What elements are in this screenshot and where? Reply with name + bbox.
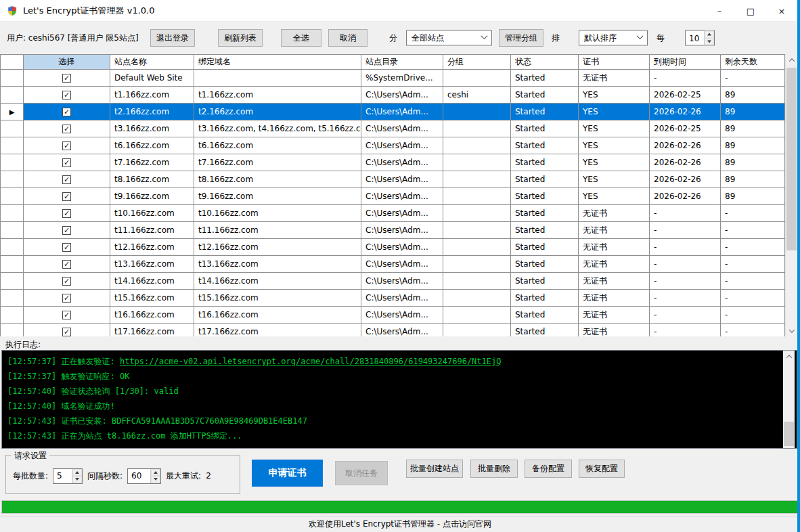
- column-header[interactable]: 站点名称: [110, 54, 194, 70]
- table-row[interactable]: ✓t11.166zz.comt11.166zz.comC:\Users\Adm.…: [0, 222, 785, 239]
- row-checkbox[interactable]: ✓: [62, 277, 71, 286]
- row-checkbox[interactable]: ✓: [62, 158, 71, 167]
- checkbox-cell[interactable]: ✓: [24, 256, 110, 273]
- column-header[interactable]: 选择: [24, 54, 110, 70]
- log-scrollbar-thumb[interactable]: [784, 422, 794, 446]
- minimize-button[interactable]: –: [704, 0, 735, 22]
- column-header[interactable]: 绑定域名: [194, 54, 361, 70]
- table-row[interactable]: ✓t13.166zz.comt13.166zz.comC:\Users\Adm.…: [0, 256, 785, 273]
- stepper-down-icon[interactable]: [151, 476, 160, 483]
- checkbox-cell[interactable]: ✓: [24, 307, 110, 324]
- table-row[interactable]: ▶✓t2.166zz.comt2.166zz.comC:\Users\Adm..…: [0, 104, 785, 120]
- table-row[interactable]: ✓t3.166zz.comt3.166zz.com, t4.166zz.com,…: [0, 120, 785, 137]
- log-link[interactable]: https://acme-v02.api.letsencrypt.org/acm…: [120, 357, 502, 366]
- row-checkbox[interactable]: ✓: [62, 209, 71, 218]
- row-checkbox[interactable]: ✓: [62, 175, 71, 184]
- checkbox-cell[interactable]: ✓: [24, 324, 110, 336]
- checkbox-cell[interactable]: ✓: [24, 171, 110, 188]
- column-header[interactable]: 分组: [443, 54, 511, 70]
- stepper-down-icon[interactable]: [72, 476, 82, 483]
- column-header[interactable]: 证书: [579, 54, 650, 70]
- checkbox-cell[interactable]: ✓: [24, 137, 110, 154]
- table-row[interactable]: ✓t10.166zz.comt10.166zz.comC:\Users\Adm.…: [0, 205, 785, 222]
- checkbox-cell[interactable]: ✓: [24, 87, 110, 104]
- batch-size-stepper[interactable]: 5: [53, 468, 83, 484]
- row-checkbox[interactable]: ✓: [62, 125, 71, 133]
- batch-create-sites-button[interactable]: 批量创建站点: [406, 460, 463, 478]
- row-checkbox[interactable]: ✓: [62, 226, 71, 235]
- log-scrollbar[interactable]: [783, 351, 795, 448]
- cancel-task-button[interactable]: 取消任务: [335, 461, 388, 485]
- checkbox-cell[interactable]: ✓: [24, 154, 110, 171]
- table-row[interactable]: ✓Default Web Site%SystemDrive...Started无…: [0, 70, 785, 87]
- table-row[interactable]: ✓t16.166zz.comt16.166zz.comC:\Users\Adm.…: [0, 307, 785, 324]
- scroll-up-icon[interactable]: [783, 351, 795, 362]
- row-checkbox[interactable]: ✓: [62, 260, 71, 269]
- checkbox-cell[interactable]: ✓: [24, 205, 110, 222]
- stepper-up-icon[interactable]: [705, 31, 714, 39]
- table-row[interactable]: ✓t8.166zz.comt8.166zz.comC:\Users\Adm...…: [0, 171, 785, 188]
- column-header[interactable]: 剩余天数: [721, 54, 785, 70]
- log-message: 证书已安装: BDFFCA591AAA1B3D57C760A9E98469DB1…: [61, 416, 307, 426]
- cell-cert: 无证书: [579, 290, 650, 307]
- row-checkbox[interactable]: ✓: [62, 141, 71, 150]
- cell-cert: YES: [579, 154, 650, 171]
- checkbox-cell[interactable]: ✓: [24, 222, 110, 239]
- row-checkbox[interactable]: ✓: [62, 108, 71, 116]
- stepper-up-icon[interactable]: [72, 469, 82, 476]
- stepper-down-icon[interactable]: [705, 38, 714, 45]
- table-scrollbar[interactable]: [785, 54, 797, 336]
- table-row[interactable]: ✓t7.166zz.comt7.166zz.comC:\Users\Adm...…: [0, 154, 785, 171]
- row-checkbox[interactable]: ✓: [62, 192, 71, 201]
- sort-select[interactable]: 默认排序: [579, 30, 648, 46]
- logout-button[interactable]: 退出登录: [150, 29, 195, 47]
- column-header[interactable]: 站点目录: [361, 54, 443, 70]
- checkbox-cell[interactable]: ✓: [24, 290, 110, 307]
- checkbox-cell[interactable]: ✓: [24, 70, 110, 87]
- stepper-up-icon[interactable]: [151, 469, 160, 476]
- row-checkbox[interactable]: ✓: [62, 294, 71, 303]
- restore-config-button[interactable]: 恢复配置: [579, 460, 625, 478]
- row-checkbox[interactable]: ✓: [62, 91, 71, 99]
- maximize-button[interactable]: □: [735, 0, 766, 22]
- row-checkbox[interactable]: ✓: [62, 74, 71, 83]
- row-selector-cell: [0, 290, 24, 307]
- manage-groups-button[interactable]: 管理分组: [499, 29, 543, 47]
- table-row[interactable]: ✓t9.166zz.comt9.166zz.comC:\Users\Adm...…: [0, 188, 785, 205]
- table-row[interactable]: ✓t17.166zz.comt17.166zz.comC:\Users\Adm.…: [0, 324, 785, 336]
- column-header[interactable]: 状态: [511, 54, 579, 70]
- backup-config-button[interactable]: 备份配置: [525, 460, 572, 478]
- select-all-button[interactable]: 全选: [281, 29, 321, 47]
- group-filter-label: 分: [389, 32, 397, 44]
- cell-status: Started: [511, 188, 579, 205]
- table-row[interactable]: ✓t15.166zz.comt15.166zz.comC:\Users\Adm.…: [0, 290, 785, 307]
- apply-certificate-button[interactable]: 申请证书: [252, 460, 323, 487]
- log-line: [12:57:43] 正在为站点 t8.166zz.com 添加HTTPS绑定.…: [7, 428, 791, 443]
- checkbox-cell[interactable]: ✓: [24, 104, 110, 120]
- scroll-up-icon[interactable]: [786, 54, 797, 66]
- scroll-down-icon[interactable]: [786, 325, 797, 336]
- row-checkbox[interactable]: ✓: [62, 328, 71, 336]
- group-filter-select[interactable]: 全部站点: [406, 30, 492, 46]
- per-page-stepper[interactable]: 10: [685, 30, 715, 46]
- table-row[interactable]: ✓t1.166zz.comt1.166zz.comC:\Users\Adm...…: [0, 87, 785, 104]
- row-selector-cell: [0, 70, 24, 87]
- checkbox-cell[interactable]: ✓: [24, 120, 110, 137]
- table-row[interactable]: ✓t6.166zz.comt6.166zz.comC:\Users\Adm...…: [0, 137, 785, 154]
- row-checkbox[interactable]: ✓: [62, 311, 71, 319]
- row-checkbox[interactable]: ✓: [62, 243, 71, 252]
- batch-size-value: 5: [53, 469, 72, 483]
- checkbox-cell[interactable]: ✓: [24, 273, 110, 290]
- interval-stepper[interactable]: 60: [127, 468, 161, 484]
- checkbox-cell[interactable]: ✓: [24, 188, 110, 205]
- table-row[interactable]: ✓t12.166zz.comt12.166zz.comC:\Users\Adm.…: [0, 239, 785, 256]
- close-button[interactable]: ×: [766, 0, 797, 22]
- checkbox-cell[interactable]: ✓: [24, 239, 110, 256]
- batch-delete-button[interactable]: 批量删除: [470, 460, 518, 478]
- table-row[interactable]: ✓t14.166zz.comt14.166zz.comC:\Users\Adm.…: [0, 273, 785, 290]
- column-header[interactable]: 到期时间: [650, 54, 721, 70]
- table-scrollbar-thumb[interactable]: [786, 68, 797, 250]
- status-link[interactable]: 欢迎使用Let's Encrypt证书管理器 - 点击访问官网: [309, 518, 491, 530]
- deselect-button[interactable]: 取消: [328, 29, 368, 47]
- refresh-list-button[interactable]: 刷新列表: [218, 29, 263, 47]
